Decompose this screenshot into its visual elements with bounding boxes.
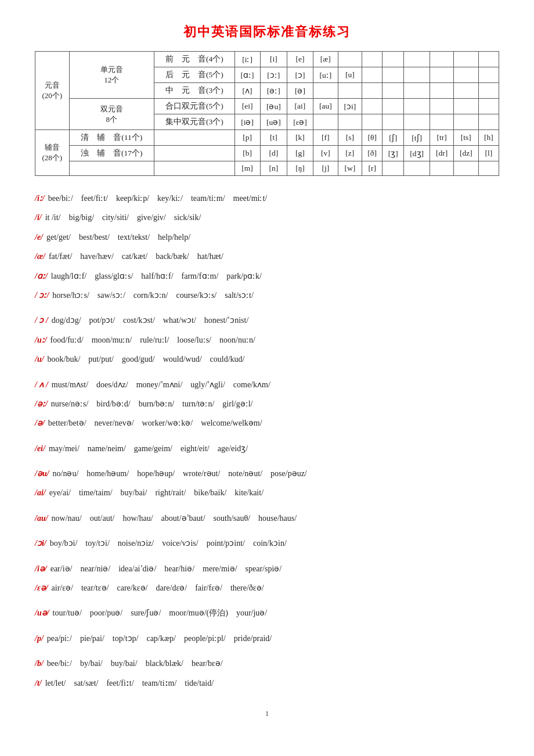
phoneme-examples: let/let/ sat/sæt/ feet/fiːt/ team/tiːm/ … bbox=[45, 679, 214, 687]
phoneme-line: /b/bee/biː/ by/bai/ buy/bai/ black/blæk/… bbox=[35, 655, 499, 672]
symbol: [əu] bbox=[260, 99, 287, 114]
phoneme-symbol: /əu/ bbox=[35, 469, 49, 478]
phoneme-examples: bee/biː/ feet/fiːt/ keep/kiːp/ key/kiː/ … bbox=[48, 194, 268, 203]
symbol: [v] bbox=[313, 146, 338, 161]
phoneme-symbol: / ɔː/ bbox=[35, 291, 49, 300]
phoneme-examples: better/betə/ never/nevə/ worker/wəːkə/ w… bbox=[48, 419, 262, 427]
phoneme-examples: ear/iə/ near/niə/ idea/aiˈdiə/ hear/hiə/… bbox=[50, 564, 282, 573]
symbol bbox=[404, 114, 430, 130]
phoneme-symbol: /æ/ bbox=[35, 252, 45, 261]
phoneme-examples: air/εə/ tear/tεə/ care/kεə/ dare/dεə/ fa… bbox=[52, 584, 264, 592]
phoneme-line: /ɑː/laugh/lɑːf/ glass/glɑːs/ half/hɑːf/ … bbox=[35, 268, 499, 285]
symbol: [æ] bbox=[313, 52, 338, 67]
symbol bbox=[430, 161, 454, 176]
symbol: [ʒ] bbox=[383, 146, 404, 161]
symbol bbox=[454, 52, 479, 67]
phoneme-line: /εə/air/εə/ tear/tεə/ care/kεə/ dare/dεə… bbox=[35, 579, 499, 596]
phoneme-examples: get/get/ best/best/ text/tekst/ help/hel… bbox=[46, 233, 190, 242]
phoneme-symbol: / ʌ / bbox=[35, 380, 48, 389]
symbol: [ɔː] bbox=[260, 67, 287, 83]
symbol bbox=[478, 114, 499, 130]
symbol: [i] bbox=[260, 52, 287, 67]
symbol: [əː] bbox=[260, 83, 287, 99]
symbol bbox=[454, 83, 479, 99]
phoneme-line: /iə/ear/iə/ near/niə/ idea/aiˈdiə/ hear/… bbox=[35, 560, 499, 577]
phoneme-symbol: /ɔi/ bbox=[35, 539, 46, 548]
phoneme-line: /uə/tour/tuə/ poor/puə/ sure/ʃuə/ moor/m… bbox=[35, 604, 499, 621]
symbol bbox=[362, 83, 383, 99]
symbol: [dz] bbox=[454, 146, 479, 161]
symbol bbox=[454, 99, 479, 114]
symbol: [dr] bbox=[430, 146, 454, 161]
symbol bbox=[362, 114, 383, 130]
phoneme-symbol: /ai/ bbox=[35, 488, 46, 497]
symbol: [uə] bbox=[260, 114, 287, 130]
phoneme-symbol: / ɔ / bbox=[35, 316, 48, 325]
symbol: [tr] bbox=[430, 130, 454, 146]
spacer bbox=[35, 624, 499, 630]
subcategory-single-vowel: 单元音12个 bbox=[69, 52, 154, 99]
symbol: [k] bbox=[287, 130, 313, 146]
spacer bbox=[35, 555, 499, 560]
subcategory-other bbox=[69, 161, 154, 176]
symbol bbox=[338, 114, 362, 130]
phoneme-line: /əː/nurse/nəːs/ bird/bəːd/ burn/bəːn/ tu… bbox=[35, 395, 499, 412]
phoneme-examples: food/fuːd/ moon/muːn/ rule/ruːl/ loose/l… bbox=[50, 336, 255, 344]
phoneme-symbol: /εə/ bbox=[35, 584, 48, 592]
symbol: [ɔ] bbox=[287, 67, 313, 83]
phoneme-examples: dog/dɔg/ pot/pɔt/ cost/kɔst/ what/wɔt/ h… bbox=[52, 316, 249, 325]
phoneme-line: /ɔi/boy/bɔi/ toy/tɔi/ noise/nɔiz/ voice/… bbox=[35, 535, 499, 552]
phoneme-examples: boy/bɔi/ toy/tɔi/ noise/nɔiz/ voice/vɔis… bbox=[50, 539, 287, 548]
phoneme-symbol: /e/ bbox=[35, 233, 43, 242]
phoneme-examples: horse/hɔːs/ saw/sɔː/ corn/kɔːn/ course/k… bbox=[52, 291, 254, 300]
phoneme-line: /au/now/nau/ out/aut/ how/hau/ about/əˈb… bbox=[35, 510, 499, 527]
spacer bbox=[35, 504, 499, 510]
spacer bbox=[35, 370, 499, 376]
symbol bbox=[478, 52, 499, 67]
spacer bbox=[35, 434, 499, 440]
symbol bbox=[478, 83, 499, 99]
symbol: [u] bbox=[338, 67, 362, 83]
symbol bbox=[362, 52, 383, 67]
symbol bbox=[404, 83, 430, 99]
symbol: [g] bbox=[287, 146, 313, 161]
phoneme-line: /u/book/buk/ put/put/ good/gud/ would/wu… bbox=[35, 351, 499, 368]
symbol bbox=[362, 99, 383, 114]
phoneme-examples: now/nau/ out/aut/ how/hau/ about/əˈbaut/… bbox=[52, 514, 297, 523]
symbol: [s] bbox=[338, 130, 362, 146]
symbol bbox=[478, 161, 499, 176]
row-label bbox=[154, 161, 234, 176]
phoneme-examples: must/mʌst/ does/dʌz/ money/ˈmʌni/ ugly/ˈ… bbox=[52, 380, 270, 389]
symbol: [h] bbox=[478, 130, 499, 146]
symbol: [ɑː] bbox=[234, 67, 260, 83]
symbol: [iə] bbox=[234, 114, 260, 130]
phoneme-symbol: /t/ bbox=[35, 679, 42, 687]
phoneme-examples: fat/fæt/ have/hæv/ cat/kæt/ back/bæk/ ha… bbox=[49, 252, 223, 261]
row-label: 集中双元音(3个) bbox=[154, 114, 234, 130]
symbol: [ai] bbox=[287, 99, 313, 114]
symbol: [θ] bbox=[362, 130, 383, 146]
phoneme-line: /iː/bee/biː/ feet/fiːt/ keep/kiːp/ key/k… bbox=[35, 190, 499, 207]
spacer bbox=[35, 306, 499, 312]
symbol: [ŋ] bbox=[287, 161, 313, 176]
symbol bbox=[404, 52, 430, 67]
spacer bbox=[35, 649, 499, 655]
symbol: [w] bbox=[338, 161, 362, 176]
phoneme-symbol: /əː/ bbox=[35, 399, 48, 408]
symbol: [tʃ] bbox=[404, 130, 430, 146]
symbol: [e] bbox=[287, 52, 313, 67]
phoneme-line: / ɔː/horse/hɔːs/ saw/sɔː/ corn/kɔːn/ cou… bbox=[35, 287, 499, 304]
phoneme-examples: tour/tuə/ poor/puə/ sure/ʃuə/ moor/muə/(… bbox=[53, 609, 268, 617]
phoneme-line: /ai/eye/ai/ time/taim/ buy/bai/ right/ra… bbox=[35, 484, 499, 501]
phoneme-symbol: /uə/ bbox=[35, 609, 49, 617]
subcategory-voiceless: 清 辅 音(11个) bbox=[69, 130, 154, 146]
symbol bbox=[454, 161, 479, 176]
row-label: 合口双元音(5个) bbox=[154, 99, 234, 114]
phoneme-content: /iː/bee/biː/ feet/fiːt/ keep/kiːp/ key/k… bbox=[35, 190, 499, 692]
symbol bbox=[478, 67, 499, 83]
symbol bbox=[430, 52, 454, 67]
symbol bbox=[478, 99, 499, 114]
category-vowel: 元音(20个) bbox=[35, 52, 70, 130]
row-label: 前 元 音(4个) bbox=[154, 52, 234, 67]
symbol bbox=[383, 67, 404, 83]
